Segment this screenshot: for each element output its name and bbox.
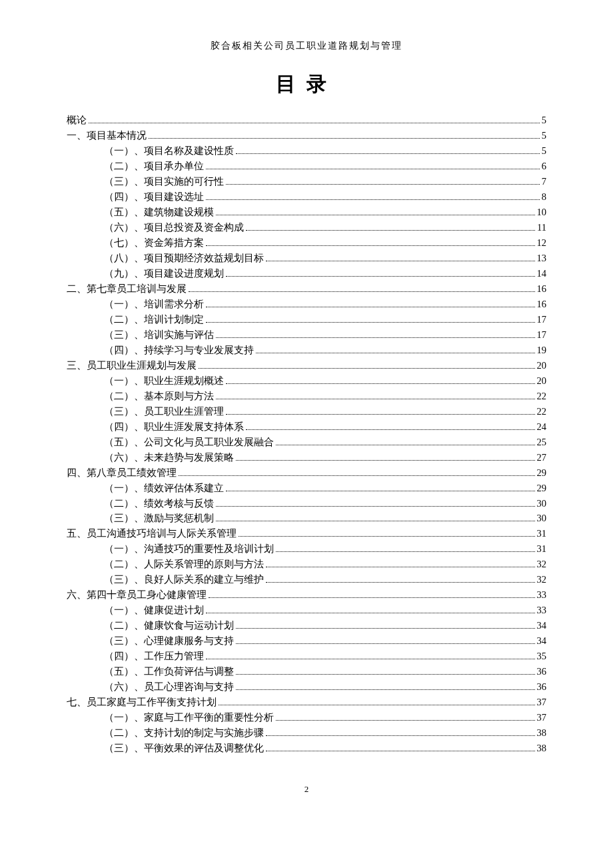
- toc-entry-page: 31: [537, 544, 547, 554]
- toc-leader-dots: [236, 682, 535, 691]
- toc-leader-dots: [216, 498, 535, 507]
- toc-entry-page: 17: [537, 330, 547, 340]
- toc-entry-label: （七）、资金筹措方案: [104, 238, 204, 248]
- toc-leader-dots: [239, 529, 535, 537]
- toc-row: （六）、员工心理咨询与支持36: [67, 679, 546, 695]
- toc-entry-label: 一、项目基本情况: [67, 131, 147, 141]
- toc-entry-label: （三）、平衡效果的评估及调整优化: [104, 743, 264, 753]
- toc-row: （一）、培训需求分析16: [67, 297, 546, 312]
- toc-leader-dots: [216, 513, 535, 522]
- toc-entry-label: （一）、沟通技巧的重要性及培训计划: [104, 544, 274, 554]
- toc-leader-dots: [266, 727, 535, 736]
- toc-entry-label: （一）、项目名称及建设性质: [104, 146, 234, 156]
- toc-row: （一）、沟通技巧的重要性及培训计划31: [67, 541, 546, 557]
- toc-entry-label: （二）、绩效考核与反馈: [104, 499, 214, 509]
- toc-row: （一）、家庭与工作平衡的重要性分析37: [67, 710, 546, 725]
- toc-entry-label: （三）、员工职业生涯管理: [104, 407, 224, 417]
- toc-entry-label: （一）、健康促进计划: [104, 605, 204, 615]
- toc-leader-dots: [199, 360, 535, 369]
- toc-entry-label: （三）、激励与奖惩机制: [104, 513, 214, 523]
- toc-entry-page: 35: [537, 651, 547, 661]
- toc-row: （三）、良好人际关系的建立与维护32: [67, 572, 546, 587]
- toc-row: （一）、职业生涯规划概述20: [67, 373, 546, 388]
- toc-leader-dots: [236, 636, 535, 645]
- toc-entry-label: （六）、员工心理咨询与支持: [104, 682, 234, 692]
- toc-entry-label: （一）、培训需求分析: [104, 299, 204, 309]
- toc-entry-label: （六）、项目总投资及资金构成: [104, 223, 244, 233]
- toc-title: 目录: [67, 71, 546, 98]
- toc-entry-label: 概论: [67, 115, 87, 125]
- toc-leader-dots: [219, 697, 535, 706]
- toc-entry-label: （四）、项目建设选址: [104, 192, 204, 202]
- toc-entry-page: 34: [537, 621, 547, 631]
- toc-row: 一、项目基本情况5: [67, 128, 546, 143]
- toc-entry-label: （八）、项目预期经济效益规划目标: [104, 253, 264, 263]
- toc-row: （三）、培训实施与评估17: [67, 327, 546, 343]
- toc-entry-page: 8: [542, 192, 546, 202]
- toc-leader-dots: [276, 712, 535, 721]
- toc-leader-dots: [236, 667, 535, 675]
- toc-leader-dots: [149, 131, 540, 139]
- toc-entry-page: 5: [542, 131, 546, 141]
- toc-entry-page: 22: [537, 391, 547, 401]
- toc-leader-dots: [276, 544, 535, 553]
- toc-entry-page: 37: [537, 697, 547, 707]
- toc-entry-label: （四）、工作压力管理: [104, 651, 204, 661]
- toc-leader-dots: [179, 467, 535, 476]
- toc-row: （三）、平衡效果的评估及调整优化38: [67, 741, 546, 756]
- toc-leader-dots: [226, 375, 535, 384]
- toc-row: （三）、心理健康服务与支持34: [67, 633, 546, 649]
- toc-entry-label: 四、第八章员工绩效管理: [67, 468, 177, 478]
- toc-row: （六）、未来趋势与发展策略27: [67, 449, 546, 465]
- toc-entry-label: （三）、项目实施的可行性: [104, 177, 224, 187]
- toc-row: （二）、支持计划的制定与实施步骤38: [67, 725, 546, 741]
- toc-leader-dots: [206, 605, 535, 614]
- toc-row: （四）、项目建设选址8: [67, 189, 546, 205]
- toc-leader-dots: [206, 299, 535, 307]
- toc-entry-page: 16: [537, 284, 547, 294]
- toc-entry-page: 12: [537, 238, 547, 248]
- toc-row: （一）、绩效评估体系建立29: [67, 480, 546, 495]
- toc-entry-label: （一）、职业生涯规划概述: [104, 376, 224, 386]
- toc-row: （五）、公司文化与员工职业发展融合25: [67, 434, 546, 449]
- toc-entry-page: 37: [537, 713, 547, 723]
- toc-entry-page: 30: [537, 513, 547, 523]
- toc-entry-page: 33: [537, 590, 547, 600]
- toc-leader-dots: [206, 161, 540, 170]
- toc-leader-dots: [226, 483, 535, 491]
- toc-leader-dots: [206, 651, 535, 660]
- toc-entry-label: （二）、项目承办单位: [104, 161, 204, 171]
- toc-entry-label: （三）、心理健康服务与支持: [104, 636, 234, 646]
- toc-entry-label: （五）、工作负荷评估与调整: [104, 667, 234, 677]
- toc-row: （二）、项目承办单位6: [67, 159, 546, 174]
- toc-leader-dots: [206, 237, 535, 246]
- toc-entry-page: 38: [537, 728, 547, 738]
- toc-row: 五、员工沟通技巧培训与人际关系管理31: [67, 526, 546, 541]
- toc-entry-label: （九）、项目建设进度规划: [104, 269, 224, 279]
- toc-entry-label: 七、员工家庭与工作平衡支持计划: [67, 697, 217, 707]
- toc-entry-label: 二、第七章员工培训与发展: [67, 284, 187, 294]
- toc-entry-page: 27: [537, 453, 547, 463]
- toc-row: （四）、工作压力管理35: [67, 649, 546, 664]
- toc-leader-dots: [256, 345, 535, 353]
- toc-entry-page: 36: [537, 682, 547, 692]
- toc-row: （五）、建筑物建设规模10: [67, 205, 546, 220]
- toc-entry-label: （二）、培训计划制定: [104, 315, 204, 325]
- toc-entry-label: （二）、支持计划的制定与实施步骤: [104, 728, 264, 738]
- toc-entry-label: （二）、人际关系管理的原则与方法: [104, 559, 264, 569]
- toc-row: 概论5: [67, 113, 546, 128]
- toc-entry-label: （一）、绩效评估体系建立: [104, 483, 224, 493]
- toc-row: （二）、绩效考核与反馈30: [67, 495, 546, 511]
- toc-leader-dots: [276, 437, 535, 445]
- toc-leader-dots: [216, 329, 535, 338]
- toc-leader-dots: [226, 177, 540, 185]
- toc-leader-dots: [226, 268, 535, 277]
- toc-entry-page: 25: [537, 437, 547, 447]
- toc-entry-page: 31: [537, 529, 547, 539]
- toc-entry-label: （二）、基本原则与方法: [104, 391, 214, 401]
- toc-leader-dots: [236, 621, 535, 629]
- toc-row: （六）、项目总投资及资金构成11: [67, 220, 546, 235]
- toc-entry-label: 三、员工职业生涯规划与发展: [67, 361, 197, 371]
- toc-row: （三）、激励与奖惩机制30: [67, 511, 546, 526]
- toc-leader-dots: [216, 391, 535, 399]
